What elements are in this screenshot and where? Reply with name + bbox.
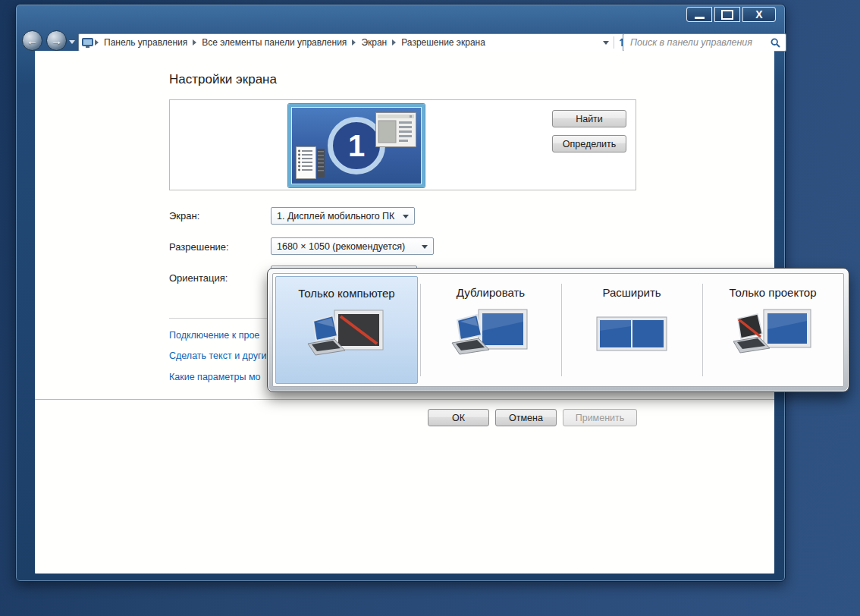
breadcrumb-separator-icon <box>193 39 196 46</box>
page-title: Настройки экрана <box>169 72 277 87</box>
maximize-button[interactable] <box>714 7 740 22</box>
resolution-select-value: 1680 × 1050 (рекомендуется) <box>277 241 405 252</box>
close-icon: X <box>755 9 762 20</box>
address-divider <box>614 36 614 49</box>
computer-only-icon <box>307 309 386 359</box>
chevron-down-icon <box>422 245 428 249</box>
address-dropdown-icon[interactable] <box>603 41 609 45</box>
cancel-button[interactable]: Отмена <box>495 409 557 426</box>
close-button[interactable]: X <box>742 7 776 22</box>
ok-button[interactable]: ОК <box>428 409 489 426</box>
which-settings-link[interactable]: Какие параметры мо <box>169 372 270 382</box>
option-duplicate[interactable]: Дублировать <box>420 274 561 386</box>
section-divider <box>169 318 268 319</box>
forward-button[interactable]: → <box>46 30 67 51</box>
resolution-select[interactable]: 1680 × 1050 (рекомендуется) <box>271 237 434 255</box>
window-controls: X <box>686 7 776 22</box>
option-duplicate-label: Дублировать <box>420 286 561 299</box>
identify-button[interactable]: Определить <box>552 135 626 152</box>
projector-only-icon <box>733 308 812 358</box>
chevron-down-icon <box>403 215 409 218</box>
maximize-icon <box>721 10 733 20</box>
back-button[interactable]: ← <box>22 30 42 51</box>
find-button[interactable]: Найти <box>552 110 626 127</box>
screen-label: Экран: <box>169 210 199 222</box>
resolution-label: Разрешение: <box>169 241 229 253</box>
breadcrumb-separator-icon <box>95 39 99 46</box>
back-icon: ← <box>27 34 38 47</box>
option-extend-label: Расширить <box>561 286 702 299</box>
search-icon[interactable] <box>771 38 780 48</box>
breadcrumb-item-screen-resolution[interactable]: Разрешение экрана <box>397 37 489 48</box>
document-list-icon <box>296 145 326 180</box>
connect-projector-link[interactable]: Подключение к прое <box>169 330 270 341</box>
screen-select-value: 1. Дисплей мобильного ПК <box>277 211 394 222</box>
projector-switcher-options: Только компьютер Дублировать <box>272 273 844 387</box>
option-computer-only-label: Только компьютер <box>276 287 417 300</box>
option-computer-only[interactable]: Только компьютер <box>275 276 418 384</box>
minimize-button[interactable] <box>686 7 712 22</box>
extend-icon <box>592 308 671 358</box>
breadcrumb-item-control-panel[interactable]: Панель управления <box>100 37 191 48</box>
breadcrumb-separator-icon <box>392 39 396 46</box>
screen-select[interactable]: 1. Дисплей мобильного ПК <box>271 207 415 225</box>
breadcrumb: Панель управления Все элементы панели уп… <box>78 33 632 52</box>
apply-button[interactable]: Применить <box>563 409 637 426</box>
search-box <box>623 33 786 52</box>
breadcrumb-separator-icon <box>352 39 356 46</box>
display-icon <box>82 38 93 48</box>
search-input[interactable] <box>629 36 765 49</box>
duplicate-icon <box>451 308 530 358</box>
desktop: X ← → Панель управления Все элементы пан… <box>0 0 860 616</box>
projector-switcher-panel: Только компьютер Дублировать <box>267 268 849 392</box>
monitor-1-preview[interactable]: 1 <box>288 104 425 187</box>
option-projector-only-label: Только проектор <box>702 286 843 299</box>
footer-divider <box>35 399 774 400</box>
minimize-icon <box>695 17 705 19</box>
option-projector-only[interactable]: Только проектор <box>702 274 843 386</box>
orientation-label: Ориентация: <box>169 272 228 284</box>
option-extend[interactable]: Расширить <box>561 274 702 386</box>
make-text-larger-link[interactable]: Сделать текст и други <box>169 350 270 361</box>
recent-pages-dropdown-icon[interactable] <box>69 40 75 44</box>
breadcrumb-item-all-items[interactable]: Все элементы панели управления <box>198 37 350 48</box>
forward-icon: → <box>51 34 62 47</box>
breadcrumb-item-display[interactable]: Экран <box>357 37 391 48</box>
desktop-window-icon <box>375 112 416 147</box>
